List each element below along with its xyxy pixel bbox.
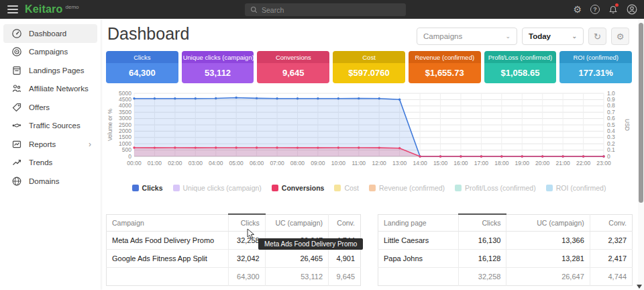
legend-label: Profit/Loss (confirmed) bbox=[465, 184, 536, 192]
sidebar-item-traffic-sources[interactable]: Traffic Sources bbox=[3, 117, 97, 136]
brand-suffix: demo bbox=[66, 4, 79, 10]
legend-item[interactable]: Profit/Loss (confirmed) bbox=[455, 184, 536, 192]
card-label: ROI (confirmed) bbox=[559, 51, 632, 63]
svg-text:Volume or %: Volume or % bbox=[107, 108, 113, 141]
svg-text:5000: 5000 bbox=[119, 90, 131, 97]
date-range-select[interactable]: Today ⌄ bbox=[522, 28, 584, 45]
sidebar-item-offers[interactable]: Offers bbox=[3, 98, 97, 117]
scroll-down-arrow-icon[interactable] bbox=[637, 285, 642, 289]
legend-swatch-icon bbox=[132, 185, 139, 191]
svg-text:0.1: 0.1 bbox=[607, 146, 615, 153]
svg-text:0.7: 0.7 bbox=[607, 109, 615, 115]
notifications-bell-icon[interactable] bbox=[608, 5, 618, 15]
settings-icon[interactable]: ⚙ bbox=[573, 5, 582, 14]
svg-text:10:00: 10:00 bbox=[331, 160, 346, 166]
table-row[interactable]: Little Caesars 16,130 13,366 2,327 bbox=[378, 232, 633, 250]
chart-canvas[interactable]: 0500100015002000250030003500400045005000… bbox=[106, 89, 632, 177]
legend-item[interactable]: ROI (confirmed) bbox=[546, 184, 606, 192]
traffic-chart[interactable]: 0500100015002000250030003500400045005000… bbox=[106, 89, 632, 177]
sidebar-item-campaigns[interactable]: Campaigns bbox=[3, 43, 97, 62]
chart-legend: ClicksUnique clicks (campaign)Conversion… bbox=[106, 184, 632, 192]
tag-icon bbox=[11, 102, 22, 113]
card-label: Profit/Loss (confirmed) bbox=[484, 51, 557, 63]
svg-text:19:00: 19:00 bbox=[515, 160, 530, 166]
landing-name[interactable]: Little Caesars bbox=[378, 232, 459, 250]
uc-value: 13,281 bbox=[506, 250, 590, 268]
legend-item[interactable]: Unique clicks (campaign) bbox=[173, 184, 262, 192]
svg-text:02:00: 02:00 bbox=[168, 160, 182, 166]
sidebar-item-label: Landings Pages bbox=[29, 66, 84, 75]
metric-card-cost[interactable]: Cost$597.0760 bbox=[333, 51, 405, 83]
page-scrollbar[interactable] bbox=[638, 19, 644, 290]
svg-text:21:00: 21:00 bbox=[555, 160, 570, 166]
svg-text:05:00: 05:00 bbox=[229, 160, 244, 166]
pages-icon bbox=[11, 65, 22, 76]
search-input[interactable] bbox=[262, 6, 396, 14]
card-label: Unique clicks (campaign) bbox=[182, 51, 254, 63]
campaign-name[interactable]: Google Ads Fitness App Split bbox=[107, 250, 229, 268]
sidebar-item-reports[interactable]: Reports › bbox=[3, 135, 97, 154]
column-header-campaign[interactable]: Campaign bbox=[107, 214, 229, 232]
globe-icon bbox=[11, 176, 22, 187]
svg-text:0.8: 0.8 bbox=[607, 102, 615, 109]
main-content: Dashboard Campaigns ⌄ Today ⌄ ↻ ⚙ Clicks… bbox=[101, 19, 644, 290]
target-icon bbox=[11, 46, 22, 57]
table-row[interactable]: Google Ads Fitness App Split 32,042 26,4… bbox=[107, 250, 361, 268]
sidebar-item-trends[interactable]: Trends bbox=[3, 154, 97, 173]
trend-icon bbox=[11, 157, 22, 168]
svg-text:1000: 1000 bbox=[119, 140, 131, 147]
svg-text:14:00: 14:00 bbox=[413, 160, 427, 166]
metric-card-clicks[interactable]: Clicks64,300 bbox=[106, 51, 178, 83]
svg-text:13:00: 13:00 bbox=[392, 160, 407, 166]
column-header-landing-page[interactable]: Landing page bbox=[378, 214, 459, 232]
metric-card-unique-clicks[interactable]: Unique clicks (campaign)53,112 bbox=[182, 51, 254, 83]
landing-name[interactable]: Papa Johns bbox=[378, 250, 459, 268]
svg-text:23:00: 23:00 bbox=[596, 160, 611, 166]
dashboard-settings-button[interactable]: ⚙ bbox=[611, 28, 629, 45]
sidebar-item-label: Traffic Sources bbox=[29, 122, 80, 130]
column-header-clicks[interactable]: Clicks bbox=[458, 214, 506, 232]
sidebar-item-dashboard[interactable]: Dashboard bbox=[3, 24, 97, 43]
metric-card-revenue[interactable]: Revenue (confirmed)$1,655.73 bbox=[409, 51, 481, 83]
legend-swatch-icon bbox=[369, 185, 376, 191]
search-icon bbox=[250, 6, 258, 13]
legend-swatch-icon bbox=[546, 185, 553, 191]
user-avatar[interactable] bbox=[627, 4, 637, 15]
sidebar-item-domains[interactable]: Domains bbox=[3, 172, 97, 191]
metric-card-conversions[interactable]: Conversions9,645 bbox=[257, 51, 329, 83]
refresh-button[interactable]: ↻ bbox=[588, 28, 606, 45]
legend-swatch-icon bbox=[334, 185, 341, 191]
legend-item[interactable]: Conversions bbox=[272, 184, 325, 192]
column-header-uc[interactable]: UC (campaign) bbox=[265, 214, 328, 232]
legend-label: Clicks bbox=[142, 184, 163, 192]
sidebar-item-landings-pages[interactable]: Landings Pages bbox=[3, 61, 97, 80]
search-box[interactable] bbox=[245, 3, 406, 16]
chevron-down-icon: ⌄ bbox=[505, 33, 511, 40]
brand-logo[interactable]: Keitaro bbox=[25, 3, 63, 15]
metric-card-profit-loss[interactable]: Profit/Loss (confirmed)$1,058.65 bbox=[484, 51, 557, 83]
campaign-name[interactable]: Meta Ads Food Delivery Promo bbox=[107, 232, 229, 250]
page-title: Dashboard bbox=[107, 24, 189, 44]
legend-item[interactable]: Clicks bbox=[132, 184, 163, 192]
campaigns-filter-select[interactable]: Campaigns ⌄ bbox=[417, 28, 517, 45]
campaigns-table: Campaign Clicks UC (campaign) Conv. Meta… bbox=[106, 213, 361, 286]
sidebar-item-affiliate-networks[interactable]: Affiliate Networks bbox=[3, 80, 97, 99]
column-header-conv[interactable]: Conv. bbox=[329, 214, 361, 232]
svg-text:06:00: 06:00 bbox=[250, 160, 264, 166]
svg-text:0: 0 bbox=[607, 153, 610, 160]
svg-text:2000: 2000 bbox=[119, 128, 131, 134]
svg-text:USD: USD bbox=[624, 119, 631, 131]
svg-text:3000: 3000 bbox=[119, 115, 131, 122]
scrollbar-thumb[interactable] bbox=[639, 23, 643, 203]
metric-card-roi[interactable]: ROI (confirmed)177.31% bbox=[559, 51, 632, 83]
column-header-conv[interactable]: Conv. bbox=[590, 214, 632, 232]
mouse-cursor bbox=[247, 228, 256, 240]
legend-item[interactable]: Revenue (confirmed) bbox=[369, 184, 445, 192]
help-icon[interactable]: ? bbox=[590, 5, 600, 14]
table-row[interactable]: Papa Johns 16,128 13,281 2,417 bbox=[378, 250, 633, 268]
legend-item[interactable]: Cost bbox=[334, 184, 359, 192]
column-header-uc[interactable]: UC (campaign) bbox=[506, 214, 590, 232]
sidebar-item-label: Offers bbox=[29, 103, 50, 111]
sidebar-item-label: Campaigns bbox=[29, 48, 68, 56]
menu-icon[interactable] bbox=[7, 3, 18, 15]
